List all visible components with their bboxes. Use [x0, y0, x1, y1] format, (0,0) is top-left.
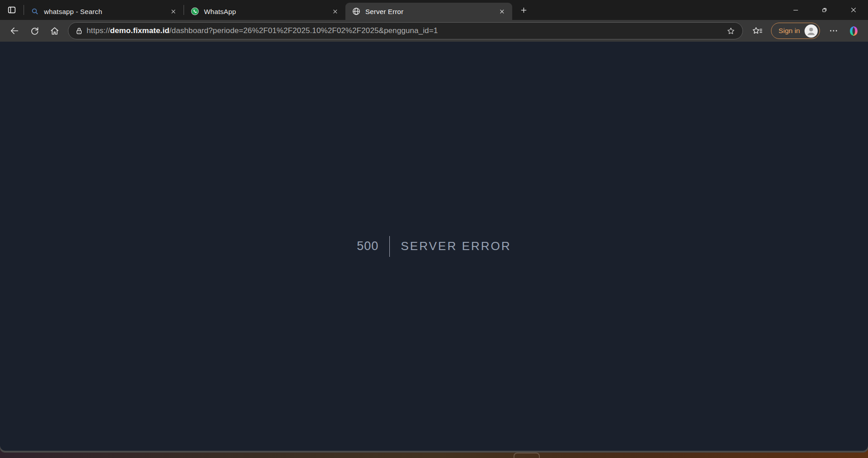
plus-icon: [520, 6, 528, 14]
tab-close-button[interactable]: [496, 5, 508, 17]
settings-menu-button[interactable]: [824, 22, 843, 39]
refresh-icon: [30, 26, 39, 36]
home-button[interactable]: [45, 22, 63, 39]
globe-icon: [352, 7, 361, 16]
tab-bar: whatsapp - Search WhatsApp: [0, 0, 868, 20]
copilot-icon: [848, 25, 860, 37]
ellipsis-icon: [829, 26, 838, 35]
tab-title: WhatsApp: [204, 8, 325, 15]
home-icon: [50, 26, 59, 36]
add-favorite-button[interactable]: [723, 24, 739, 38]
tab-whatsapp[interactable]: WhatsApp: [184, 3, 345, 20]
profile-avatar-icon: [805, 24, 818, 38]
tab-title: Server Error: [365, 8, 491, 15]
sign-in-label: Sign in: [779, 27, 800, 35]
search-icon: [30, 7, 39, 16]
url-path: /dashboard?periode=26%2F01%2F2025.10%2F0…: [170, 26, 438, 35]
star-icon: [727, 27, 735, 35]
favorites-button[interactable]: [748, 22, 766, 39]
close-icon: [850, 6, 857, 14]
back-arrow-icon: [10, 26, 19, 36]
copilot-button[interactable]: [844, 22, 863, 39]
url-domain: demo.fixmate.id: [110, 26, 170, 35]
error-code: 500: [357, 239, 389, 253]
error-message: SERVER ERROR: [390, 239, 511, 253]
address-bar[interactable]: https://demo.fixmate.id/dashboard?period…: [68, 22, 743, 39]
lock-icon: [75, 27, 83, 35]
browser-window: whatsapp - Search WhatsApp: [0, 0, 868, 453]
restore-button[interactable]: [810, 0, 839, 20]
minimize-button[interactable]: [781, 0, 810, 20]
tab-close-button[interactable]: [167, 5, 179, 17]
tab-actions-icon: [7, 5, 17, 15]
tab-server-error[interactable]: Server Error: [345, 3, 512, 20]
whatsapp-icon: [190, 7, 199, 16]
tab-title: whatsapp - Search: [44, 8, 163, 15]
window-controls: [781, 0, 868, 20]
restore-icon: [821, 6, 828, 14]
server-error-message: 500 SERVER ERROR: [357, 236, 511, 257]
minimize-icon: [792, 7, 799, 14]
sign-in-button[interactable]: Sign in: [771, 23, 820, 39]
page-viewport: 500 SERVER ERROR: [0, 42, 868, 451]
tab-whatsapp-search[interactable]: whatsapp - Search: [24, 3, 184, 20]
new-tab-button[interactable]: [516, 2, 531, 18]
back-button[interactable]: [5, 22, 24, 39]
url-text: https://demo.fixmate.id/dashboard?period…: [87, 26, 723, 35]
close-window-button[interactable]: [839, 0, 868, 20]
url-scheme: https://: [87, 26, 110, 35]
tab-actions-menu-button[interactable]: [0, 0, 24, 20]
navigation-toolbar: https://demo.fixmate.id/dashboard?period…: [0, 20, 868, 42]
site-security-button[interactable]: [71, 24, 87, 38]
tab-close-button[interactable]: [329, 5, 341, 17]
desktop-taskbar-hint: [514, 453, 540, 458]
favorites-star-list-icon: [752, 25, 763, 36]
refresh-button[interactable]: [25, 22, 44, 39]
titlebar-drag-area: [531, 0, 781, 20]
